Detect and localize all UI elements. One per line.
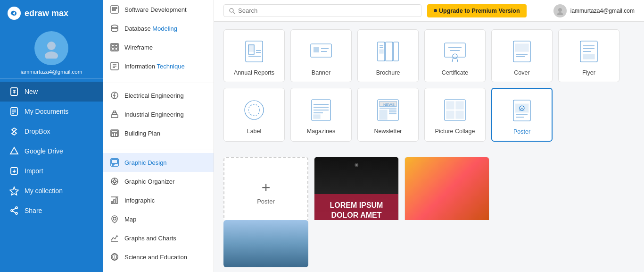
sidebar-item-dropbox-label: DropBox [25, 128, 50, 135]
brochure-label: Brochure [376, 69, 400, 76]
svg-rect-22 [112, 9, 116, 10]
middle-item-map-label: Map [124, 216, 136, 223]
svg-line-89 [457, 58, 458, 62]
svg-rect-40 [112, 133, 114, 136]
svg-line-18 [13, 208, 16, 210]
sidebar: edraw max iammurtaza4@gmail.com New [0, 0, 103, 272]
svg-point-16 [11, 210, 13, 212]
svg-rect-119 [446, 111, 454, 119]
sidebar-item-share[interactable]: Share [0, 201, 103, 221]
cover-label: Cover [514, 69, 529, 76]
user-email: iammurtaza4@gmail.com [17, 69, 86, 75]
cover-icon [508, 37, 536, 66]
template-card-cover[interactable]: Cover [491, 29, 553, 82]
middle-item-building-plan-label: Building Plan [124, 130, 160, 137]
label-icon [240, 96, 268, 124]
search-input[interactable] [238, 7, 416, 14]
middle-item-graphs-and-charts[interactable]: Graphs and Charts [103, 229, 214, 247]
building-icon [109, 128, 120, 138]
search-icon [229, 8, 235, 14]
svg-rect-42 [112, 131, 117, 133]
middle-item-map[interactable]: Map [103, 210, 214, 229]
svg-rect-91 [515, 44, 528, 51]
preview-poster-dark[interactable]: ◉ LOREM IPSUMDOLOR AMET [314, 157, 399, 220]
sidebar-item-share-label: Share [25, 207, 42, 214]
app-name: edraw max [25, 8, 68, 18]
poster-bottom-row [214, 220, 644, 272]
magazines-label: Magazines [307, 128, 335, 135]
search-box[interactable] [223, 4, 421, 17]
svg-rect-83 [380, 50, 383, 53]
template-card-certificate[interactable]: Certificate [424, 29, 486, 82]
svg-rect-36 [111, 115, 118, 118]
middle-item-electrical-engineering[interactable]: Electrical Engineering [103, 86, 214, 105]
preview-poster-city[interactable] [223, 220, 308, 267]
middle-item-wireframe[interactable]: Wireframe [103, 38, 214, 57]
sidebar-item-my-documents[interactable]: My Documents [0, 102, 103, 121]
upgrade-dot [434, 9, 437, 12]
poster-sunset-grid [405, 157, 489, 220]
template-card-label[interactable]: Label [223, 88, 285, 142]
sidebar-item-google-drive[interactable]: Google Drive [0, 141, 103, 161]
middle-item-graphic-organizer[interactable]: Graphic Organizer [103, 172, 214, 191]
middle-item-software-development[interactable]: Software Development [103, 0, 214, 19]
svg-point-99 [245, 101, 264, 119]
sidebar-item-my-collection[interactable]: My collection [0, 181, 103, 201]
sidebar-item-dropbox[interactable]: DropBox [0, 121, 103, 141]
middle-item-building-plan[interactable]: Building Plan [103, 124, 214, 143]
documents-icon [9, 107, 19, 116]
template-card-newsletter[interactable]: NEWS Newsletter [357, 88, 419, 142]
flyer-label: Flyer [582, 69, 595, 76]
svg-rect-30 [115, 48, 117, 50]
svg-text:NEWS: NEWS [383, 102, 395, 107]
template-card-brochure[interactable]: Brochure [357, 29, 419, 82]
svg-line-65 [233, 12, 235, 14]
middle-item-infographic[interactable]: Infographic [103, 191, 214, 210]
template-card-banner[interactable]: Banner [290, 29, 352, 82]
drive-icon [9, 146, 19, 156]
poster-label: Poster [513, 128, 530, 135]
template-card-poster[interactable]: Poster [491, 88, 553, 142]
svg-point-24 [111, 25, 118, 28]
organizer-icon [109, 176, 120, 187]
svg-rect-118 [456, 102, 463, 109]
banner-icon [307, 37, 335, 66]
sidebar-item-new[interactable]: New [0, 82, 103, 102]
sidebar-item-my-collection-label: My collection [25, 187, 63, 195]
dropbox-icon [9, 127, 19, 136]
svg-point-64 [230, 8, 233, 12]
svg-rect-28 [115, 44, 117, 47]
share-icon [9, 206, 19, 215]
charts-icon [109, 233, 120, 243]
graphic-icon [109, 157, 120, 168]
svg-line-19 [13, 211, 16, 213]
svg-point-0 [47, 42, 56, 50]
middle-item-industrial-engineering[interactable]: Industrial Engineering [103, 105, 214, 124]
template-card-flyer[interactable]: Flyer [558, 29, 619, 82]
middle-item-science-and-education[interactable]: Science and Education [103, 247, 214, 266]
svg-rect-98 [583, 54, 594, 59]
annual-reports-icon [240, 37, 268, 66]
new-poster-card[interactable]: + Poster [223, 157, 308, 220]
user-email-header: iammurtaza4@gmail.com [570, 8, 635, 14]
template-card-picture-collage[interactable]: Picture Collage [424, 88, 486, 142]
database-icon [109, 23, 120, 34]
svg-rect-29 [112, 48, 114, 50]
template-card-annual-reports[interactable]: Annual Reports [223, 29, 285, 82]
preview-poster-sunset[interactable] [405, 157, 489, 220]
svg-point-48 [113, 180, 116, 183]
template-card-magazines[interactable]: Magazines [290, 88, 352, 142]
middle-item-graphic-design[interactable]: Graphic Design [103, 153, 214, 172]
middle-item-industrial-engineering-label: Industrial Engineering [124, 111, 184, 118]
plus-icon: + [262, 180, 271, 195]
middle-item-card[interactable]: Card [103, 266, 214, 272]
preview-row: + Poster ◉ LOREM IPSUMDOLOR AMET [214, 157, 644, 220]
industrial-icon [109, 109, 120, 119]
svg-point-57 [113, 217, 116, 220]
sidebar-item-import[interactable]: Import [0, 161, 103, 181]
middle-item-database-modeling[interactable]: Database Modeling [103, 19, 214, 38]
upgrade-button[interactable]: Upgrade to Premium Version [427, 4, 527, 17]
middle-item-information-technique-label: Information Technique [124, 63, 185, 70]
user-avatar-section: iammurtaza4@gmail.com [0, 26, 103, 79]
middle-item-information-technique[interactable]: Information Technique [103, 57, 214, 76]
